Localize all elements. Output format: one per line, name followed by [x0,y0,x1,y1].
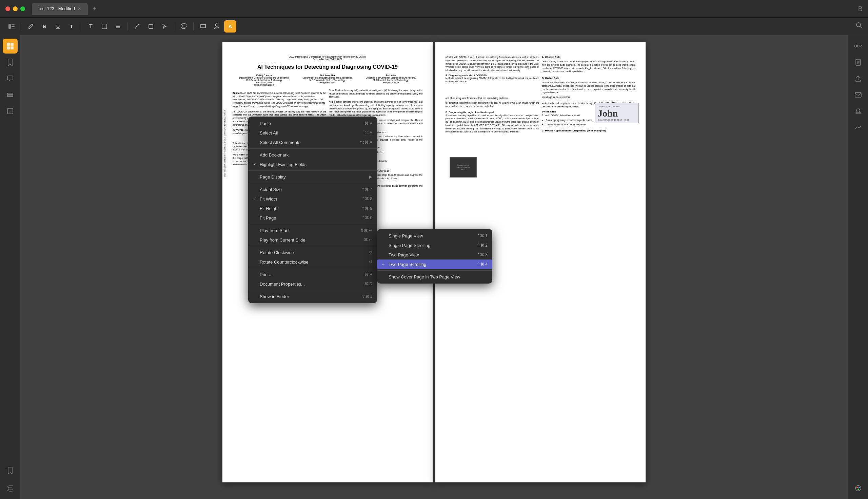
layer-view-icon[interactable] [3,87,17,102]
text-btn[interactable]: T [85,20,97,33]
clip-btn[interactable] [178,20,190,33]
ocr-icon[interactable]: OCR [851,39,866,53]
shapes-btn[interactable] [145,20,157,33]
section-c-title: C. Mobile Application for Diagnosing (wi… [542,129,635,132]
text-mono-btn[interactable]: T [66,20,78,33]
submenu-single-page-scrolling[interactable]: Single Page Scrolling ⌃⌘ 2 [377,241,492,250]
pen-btn[interactable] [131,20,143,33]
menu-item-fit-width[interactable]: ✓ Fit Width ⌃⌘ 8 [248,194,377,204]
tps-check: ✓ [382,262,387,267]
menu-item-paste[interactable]: Paste ⌘ V [248,119,377,128]
submenu-single-page-view[interactable]: Single Page View ⌃⌘ 1 [377,231,492,241]
pdf-content-area: 978-1-6654-2577-3/22/$31.00 ©2022 IEEE |… [20,35,848,499]
highlight-btn[interactable]: A [224,20,236,33]
submenu-two-page-scrolling[interactable]: ✓ Two Page Scrolling ⌃⌘ 4 [377,259,492,269]
fit-width-label: Fit Width [260,196,356,202]
text-box-btn[interactable]: T [98,20,110,33]
thumbnail-view-icon[interactable] [3,39,17,53]
comment-btn[interactable] [197,20,209,33]
menu-item-actual-size[interactable]: Actual Size ⌃⌘ 7 [248,185,377,194]
rotate-cw-label: Rotate Clockwise [260,250,364,255]
bookmark-bottom-icon[interactable] [3,463,17,478]
tps-shortcut: ⌃⌘ 4 [477,262,488,267]
svg-text:T: T [103,25,105,28]
fit-height-shortcut: ⌃⌘ 9 [361,206,372,211]
select-all-shortcut: ⌘ A [365,131,372,135]
submenu-show-cover[interactable]: Show Cover Page in Two Page View [377,272,492,281]
toolbar-separator-3 [128,22,128,31]
online-text: Most of the information is available onl… [542,81,635,94]
context-menu: Paste ⌘ V Select All ⌘ A Select All Comm… [248,117,377,303]
section-a-title: A. Clinical Data [542,56,635,59]
svg-point-29 [856,487,858,488]
menu-item-print[interactable]: Print... ⌘ P [248,270,377,279]
spv-shortcut: ⌃⌘ 1 [477,233,488,238]
sig-name: John [598,108,636,119]
pointer-btn[interactable] [158,20,170,33]
annotation-view-icon[interactable] [3,71,17,86]
person-btn[interactable] [211,20,223,33]
menu-item-highlight-fields[interactable]: ✓ Highlight Existing Fields [248,160,377,169]
sidebar-toggle-btn[interactable] [5,20,17,33]
menu-item-fit-height[interactable]: Fit Height ⌃⌘ 9 [248,204,377,213]
add-bookmark-label: Add Bookmark [260,153,367,158]
svg-point-11 [856,23,860,27]
underline-btn[interactable]: U [52,20,64,33]
svg-point-28 [855,485,861,491]
signature-draw-icon[interactable] [851,120,866,135]
maximize-button[interactable] [20,7,25,11]
user-avatar: B [858,5,863,13]
svg-rect-27 [856,112,860,113]
rotate-ccw-label: Rotate Counterclockwise [260,259,364,265]
menu-item-play-current[interactable]: Play from Current Slide ⌘ ↩ [248,235,377,245]
author-2-city: Bengaluru, India [302,81,352,84]
sps-shortcut: ⌃⌘ 2 [477,243,488,248]
form-view-icon[interactable] [3,104,17,119]
menu-item-select-all-comments[interactable]: Select All Comments ⌥⌘ A [248,137,377,147]
search-btn[interactable] [856,22,863,31]
toolbar-separator-1 [21,22,21,31]
sig-date: Date:2024.05.0 8 15:41:14 +08 :00 [598,119,636,121]
menu-item-play-start[interactable]: Play from Start ⇧⌘ ↩ [248,226,377,235]
toolbar-separator-2 [81,22,81,31]
print-label: Print... [260,272,359,277]
minimize-button[interactable] [13,7,17,11]
menu-separator-7 [248,290,377,290]
menu-item-select-all[interactable]: Select All ⌘ A [248,128,377,137]
colors-palette-icon[interactable] [851,481,866,496]
svg-rect-0 [9,24,11,29]
close-button[interactable] [5,7,10,11]
menu-item-rotate-ccw[interactable]: Rotate Counterclockwise ↺ [248,257,377,267]
menu-item-page-display[interactable]: Page Display ▶ Single Page View ⌃⌘ 1 Sin… [248,172,377,182]
new-tab-button[interactable]: + [91,5,99,13]
annotate-btn[interactable] [25,20,37,33]
menu-item-show-finder[interactable]: Show in Finder ⇧⌘ J [248,292,377,301]
list-btn[interactable] [112,20,124,33]
author-2-name: Sini Anna Alex [302,74,352,76]
conference-header: 2022 International Conference for Advanc… [233,56,423,60]
share-icon[interactable] [851,71,866,86]
svg-rect-1 [12,24,15,25]
stamp-icon[interactable] [851,104,866,119]
menu-item-doc-props[interactable]: Document Properties... ⌘ D [248,279,377,289]
menu-item-fit-page[interactable]: Fit Page ⌃⌘ 0 [248,213,377,222]
select-all-label: Select All [260,131,359,135]
play-current-shortcut: ⌘ ↩ [364,238,372,242]
bookmark-view-icon[interactable] [3,55,17,70]
active-tab[interactable]: test 123 - Modified ✕ [32,3,88,15]
toolbar-separator-5 [193,22,194,31]
tab-close-button[interactable]: ✕ [78,7,81,11]
submenu-two-page-view[interactable]: Two Page View ⌃⌘ 3 [377,250,492,259]
file-properties-icon[interactable] [851,55,866,70]
menu-item-add-bookmark[interactable]: Add Bookmark [248,150,377,160]
paperclip-icon[interactable] [3,481,17,496]
sig-label: Digitally signe d by:John [598,105,636,107]
strikethrough-btn[interactable]: S [38,20,50,33]
fit-height-label: Fit Height [260,206,356,211]
author-3-name: Parkavi A [366,74,416,76]
menu-item-rotate-cw[interactable]: Rotate Clockwise ↻ [248,248,377,257]
cover-label: Show Cover Page in Two Page View [389,275,482,279]
mail-icon[interactable] [851,87,866,102]
doi-sidebar-text: 978-1-6654-2577-3/22/$31.00 ©2022 IEEE |… [224,110,226,177]
clinical-text: One of the key source of to gather the h… [542,60,635,73]
